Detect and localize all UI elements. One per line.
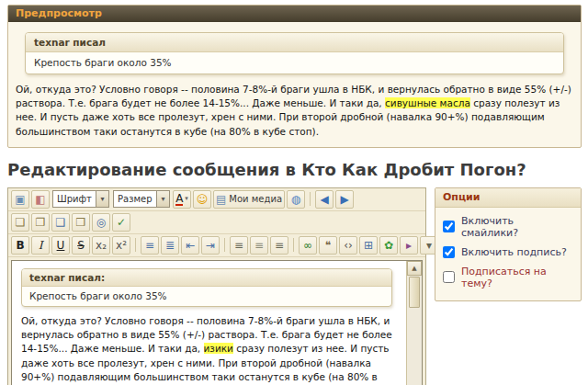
smiley-icon-glyph: ☺ [197,194,209,205]
paste-icon[interactable]: ❐ [31,213,50,232]
editor-content-area[interactable]: texnar писал: Крепость браги около 35% О… [11,260,423,385]
align-left-icon-glyph: ≡ [234,240,243,251]
redo-icon[interactable]: ▶ [335,190,354,209]
options-panel: Опции Включить смайлики?Включить подпись… [435,187,582,301]
enable-signature-checkbox[interactable] [443,246,455,258]
toolbar-separator [310,192,311,206]
indent-icon-glyph: ⇥ [206,240,215,251]
scrollbar-track[interactable] [407,309,422,385]
align-right-icon-glyph: ≡ [275,240,284,251]
smiley-icon[interactable]: ☺ [193,190,211,209]
flash-icon-glyph: ✿ [384,240,393,251]
toolbar-separator [224,238,225,252]
spellcheck-icon-glyph: ✓ [117,217,126,228]
paste-icon-glyph: ❐ [36,217,46,228]
eraser-icon[interactable]: ◧ [31,190,50,209]
more-tools-icon-glyph: ▾ [426,240,432,251]
bold-icon-glyph: B [16,240,24,251]
my-media-button[interactable]: ▤Мои медиа [213,190,285,209]
message-editor: ▣◧Шрифт▾Размер▾A▾☺▤Мои медиа◍◀▶ ❏❐❑❒◎✓ B… [7,187,426,385]
align-left-icon[interactable]: ≡ [230,236,248,255]
option-subscribe-topic[interactable]: Подписаться на тему? [441,262,575,293]
unordered-list-icon-glyph: ≡ [145,240,154,251]
paste-word-icon-glyph: ❑ [56,217,66,228]
options-panel-title: Опции [435,188,581,208]
paste-word-icon[interactable]: ❑ [51,213,70,232]
size-select-value: Размер [114,194,156,204]
preview-message-text: Ой, откуда это? Условно говоря -- полови… [16,83,573,139]
my-media-button-label: Мои медиа [229,195,282,204]
video-icon[interactable]: ▸ [400,236,418,255]
globe-icon-glyph: ◍ [291,194,300,205]
paste-text-icon-glyph: ❒ [76,217,86,228]
undo-icon[interactable]: ◀ [315,190,334,209]
globe-icon[interactable]: ◍ [287,190,305,209]
paste-text-icon[interactable]: ❒ [72,213,90,232]
image-icon-glyph: ▣ [15,194,25,205]
quote-icon[interactable]: ❝ [319,236,337,255]
scrollbar-thumb[interactable] [409,277,420,308]
superscript-icon[interactable]: x² [112,236,130,255]
dropdown-arrow-icon: ▾ [185,196,188,202]
subscript-icon[interactable]: x₂ [92,236,110,255]
editor-scrollbar[interactable]: ▲ ▼ [406,261,422,385]
outdent-icon-glyph: ⇤ [186,240,195,251]
strike-icon[interactable]: S [72,236,90,255]
editor-quote-box: texnar писал: Крепость браги около 35% [21,268,392,307]
align-center-icon[interactable]: ≡ [250,236,268,255]
code-icon[interactable]: ‹› [339,236,357,255]
outdent-icon[interactable]: ⇤ [181,236,199,255]
preview-highlighted-text: сивушные масла [385,97,470,108]
editor-quote-author: texnar писал: [22,269,391,287]
font-select-value: Шрифт [53,194,96,204]
spellcheck-icon[interactable]: ✓ [112,213,130,232]
subscribe-topic-label: Подписаться на тему? [461,266,573,289]
indent-icon[interactable]: ⇥ [201,236,220,255]
table-icon[interactable]: ⊞ [359,236,378,255]
bold-icon[interactable]: B [11,236,29,255]
underline-icon-glyph: U [57,240,65,251]
font-color-icon[interactable]: A▾ [173,190,191,209]
link-icon[interactable]: ∞ [299,236,317,255]
size-select[interactable]: Размер▾ [113,190,170,208]
find-icon[interactable]: ◎ [92,213,110,232]
my-media-button-glyph: ▤ [216,194,226,205]
subscribe-topic-checkbox[interactable] [443,271,455,283]
editor-message-text: Ой, откуда это? Условно говоря -- полови… [21,314,398,385]
unordered-list-icon[interactable]: ≡ [141,236,159,255]
font-select[interactable]: Шрифт▾ [52,190,109,208]
font-color-icon-glyph: A [175,193,183,206]
table-icon-glyph: ⊞ [364,240,373,251]
preview-quote-author: texnar писал [26,33,563,52]
find-icon-glyph: ◎ [96,217,106,228]
scroll-up-icon[interactable]: ▲ [407,261,422,276]
options-list: Включить смайлики?Включить подпись?Подпи… [435,208,581,300]
code-icon-glyph: ‹› [344,240,353,251]
editor-quote-text: Крепость браги около 35% [22,287,391,306]
align-center-icon-glyph: ≡ [254,240,264,251]
toolbar-separator [293,238,294,252]
italic-icon[interactable]: I [31,236,50,255]
option-enable-smilies[interactable]: Включить смайлики? [441,211,575,243]
page-title: Редактирование сообщения в Кто Как Дроби… [7,160,588,179]
option-enable-signature[interactable]: Включить подпись? [441,243,575,262]
ordered-list-icon[interactable]: ≣ [161,236,179,255]
dropdown-arrow-icon: ▾ [96,191,108,207]
preview-panel-title: Предпросмотр [8,6,581,22]
new-page-icon[interactable]: ❏ [11,213,29,232]
strike-icon-glyph: S [77,240,85,251]
preview-panel-body: texnar писал Крепость браги около 35% Ой… [8,22,581,147]
superscript-icon-glyph: x² [116,240,127,251]
image-icon[interactable]: ▣ [11,190,29,209]
editor-toolbar-row-1: ▣◧Шрифт▾Размер▾A▾☺▤Мои медиа◍◀▶ [8,188,425,211]
preview-panel: Предпросмотр texnar писал Крепость браги… [7,5,582,148]
align-right-icon[interactable]: ≡ [270,236,288,255]
video-icon-glyph: ▸ [406,240,412,251]
underline-icon[interactable]: U [51,236,70,255]
new-page-icon-glyph: ❏ [16,217,26,228]
italic-icon-glyph: I [39,240,43,251]
enable-signature-label: Включить подпись? [461,246,567,258]
flash-icon[interactable]: ✿ [379,236,398,255]
enable-smilies-checkbox[interactable] [443,221,455,232]
quote-icon-glyph: ❝ [325,240,331,251]
